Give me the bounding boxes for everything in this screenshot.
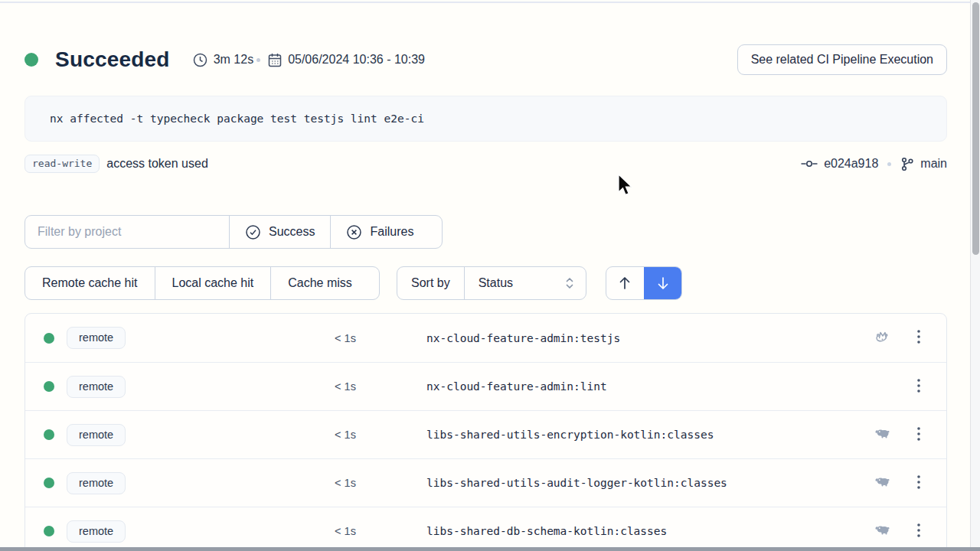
scrollbar[interactable] [970, 0, 980, 551]
failures-filter-button[interactable]: Failures [330, 216, 429, 248]
kebab-icon [917, 475, 920, 489]
task-menu-button[interactable] [913, 325, 925, 350]
success-filter-label: Success [269, 225, 315, 239]
access-token-text: access token used [106, 157, 208, 171]
commit-icon [801, 158, 818, 170]
task-name[interactable]: libs-shared-db-schema-kotlin:classes [376, 525, 864, 537]
sort-by-label: Sort by [397, 267, 464, 299]
run-status-dot [24, 53, 38, 67]
check-circle-icon [245, 224, 261, 240]
clock-icon [193, 53, 207, 67]
kebab-icon [917, 427, 920, 441]
sort-field-value: Status [479, 276, 513, 290]
token-row: read-write access token used e024a918 ma… [24, 153, 947, 174]
task-name[interactable]: nx-cloud-feature-admin:lint [376, 380, 864, 393]
commit-hash[interactable]: e024a918 [824, 157, 878, 171]
cache-source-badge: remote [67, 520, 126, 543]
dot-separator [256, 58, 260, 62]
chevron-up-down-icon [564, 276, 575, 290]
task-duration: < 1s [315, 380, 376, 393]
dot-separator [887, 162, 891, 166]
cache-miss-button[interactable]: Cache miss [270, 267, 369, 299]
calendar-icon [268, 53, 282, 67]
vcs-info: e024a918 main [801, 157, 947, 171]
run-header: Succeeded 3m 12s 05/06/2024 10:36 - 10:3… [24, 44, 947, 76]
cache-filter-group: Remote cache hit Local cache hit Cache m… [24, 266, 380, 300]
task-status-dot [44, 526, 54, 536]
page-title: Succeeded [55, 47, 170, 72]
sort-field-select[interactable]: Status [464, 267, 586, 299]
task-menu-button[interactable] [913, 374, 925, 399]
filter-group: Success Failures [24, 215, 443, 249]
success-filter-button[interactable]: Success [229, 216, 330, 248]
cache-source-badge: remote [67, 424, 126, 446]
task-name[interactable]: libs-shared-utils-encryption-kotlin:clas… [376, 429, 864, 441]
task-row[interactable]: remote < 1s libs-shared-db-schema-kotlin… [25, 507, 946, 551]
sort-direction-group [606, 266, 682, 300]
task-row[interactable]: remote < 1s libs-shared-utils-encryption… [25, 410, 946, 458]
task-name[interactable]: nx-cloud-feature-admin:testjs [376, 332, 864, 344]
run-date-range: 05/06/2024 10:36 - 10:39 [268, 53, 425, 67]
x-circle-icon [346, 224, 362, 240]
task-name[interactable]: libs-shared-utils-audit-logger-kotlin:cl… [376, 477, 864, 489]
window-top-border [0, 2, 980, 3]
command-box: nx affected -t typecheck package test te… [24, 96, 947, 142]
failures-filter-label: Failures [370, 225, 413, 239]
mouse-cursor [616, 173, 633, 197]
task-duration: < 1s [315, 477, 376, 489]
controls-row: Remote cache hit Local cache hit Cache m… [24, 266, 947, 300]
gradle-icon [874, 426, 890, 443]
date-range-text: 05/06/2024 10:36 - 10:39 [288, 53, 425, 67]
task-status-dot [44, 381, 54, 392]
gradle-icon [874, 474, 890, 491]
command-text: nx affected -t typecheck package test te… [50, 112, 424, 125]
kebab-icon [917, 379, 920, 393]
task-duration: < 1s [315, 429, 376, 441]
sort-ascending-button[interactable] [606, 267, 644, 299]
sort-group: Sort by Status [397, 266, 586, 300]
task-status-dot [44, 429, 54, 440]
remote-cache-hit-button[interactable]: Remote cache hit [25, 267, 155, 299]
task-status-dot [44, 333, 54, 344]
branch-name[interactable]: main [920, 157, 947, 171]
task-row[interactable]: remote < 1s nx-cloud-feature-admin:lint [25, 362, 946, 410]
see-related-pipeline-button[interactable]: See related CI Pipeline Execution [737, 44, 947, 75]
access-token-badge: read-write [24, 155, 100, 173]
task-menu-button[interactable] [913, 519, 925, 544]
arrow-up-icon [618, 276, 632, 291]
task-menu-button[interactable] [913, 422, 925, 448]
task-status-dot [44, 478, 54, 488]
window-bottom-edge [0, 547, 980, 551]
kebab-icon [917, 330, 920, 344]
branch-icon [900, 157, 914, 171]
run-duration: 3m 12s [193, 53, 253, 67]
task-duration: < 1s [315, 525, 376, 537]
task-row[interactable]: remote < 1s libs-shared-utils-audit-logg… [25, 458, 946, 507]
arrow-down-icon [656, 276, 670, 291]
gradle-icon [874, 523, 890, 540]
jest-icon [874, 329, 890, 347]
scrollbar-thumb[interactable] [972, 2, 979, 255]
task-menu-button[interactable] [913, 471, 925, 496]
task-row[interactable]: remote < 1s nx-cloud-feature-admin:testj… [25, 314, 946, 362]
cache-source-badge: remote [67, 472, 126, 494]
project-filter-input[interactable] [25, 216, 229, 248]
cache-source-badge: remote [67, 327, 126, 349]
local-cache-hit-button[interactable]: Local cache hit [155, 267, 271, 299]
kebab-icon [917, 523, 920, 537]
task-duration: < 1s [315, 332, 376, 344]
duration-text: 3m 12s [214, 53, 253, 67]
sort-descending-button[interactable] [644, 267, 681, 299]
task-list: remote < 1s nx-cloud-feature-admin:testj… [24, 313, 947, 551]
cache-source-badge: remote [67, 376, 126, 398]
